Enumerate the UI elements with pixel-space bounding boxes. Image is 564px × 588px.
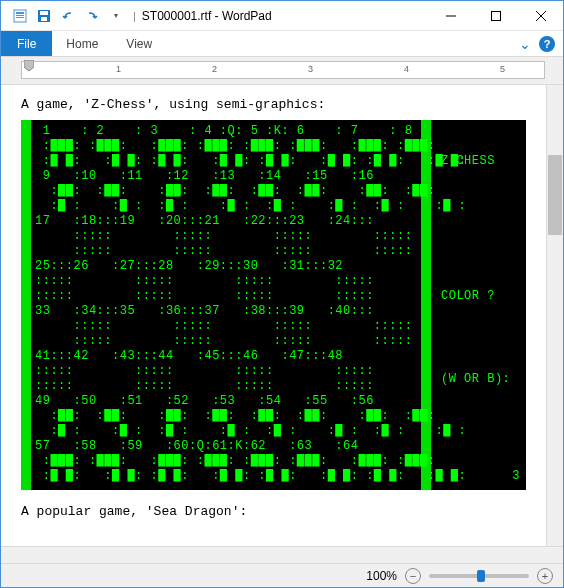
game-side-text: Z-CHESS COLOR ? (W OR B): xyxy=(441,124,510,417)
svg-rect-8 xyxy=(491,11,500,20)
page-indicator: 3 xyxy=(512,469,520,484)
zoom-level-text: 100% xyxy=(366,569,397,583)
title-separator: | xyxy=(133,10,136,22)
embedded-image-zchess: 1 : 2 : 3 : 4 :Q: 5 :K: 6 : 7 : 8 :███: … xyxy=(21,120,526,490)
zoom-slider[interactable] xyxy=(429,574,529,578)
redo-icon[interactable] xyxy=(81,5,103,27)
vertical-scrollbar[interactable] xyxy=(546,85,563,546)
svg-rect-2 xyxy=(16,15,24,16)
home-tab[interactable]: Home xyxy=(52,31,112,56)
document-canvas[interactable]: A game, 'Z-Chess', using semi-graphics: … xyxy=(1,85,546,546)
zoom-slider-thumb[interactable] xyxy=(477,570,485,582)
chess-board-text: 1 : 2 : 3 : 4 :Q: 5 :K: 6 : 7 : 8 :███: … xyxy=(35,124,415,484)
quick-access-toolbar: ▾ xyxy=(9,5,127,27)
svg-rect-1 xyxy=(16,12,24,14)
ruler-marks: 1 2 3 4 5 xyxy=(22,62,544,78)
green-bar-left xyxy=(21,120,31,490)
svg-rect-6 xyxy=(41,17,47,21)
window-controls xyxy=(428,1,563,30)
paragraph-1: A game, 'Z-Chess', using semi-graphics: xyxy=(21,97,538,112)
maximize-button[interactable] xyxy=(473,1,518,30)
zoom-in-button[interactable]: + xyxy=(537,568,553,584)
help-icon[interactable]: ? xyxy=(539,36,555,52)
scroll-thumb[interactable] xyxy=(548,155,562,235)
minimize-button[interactable] xyxy=(428,1,473,30)
file-tab[interactable]: File xyxy=(1,31,52,56)
paragraph-2: A popular game, 'Sea Dragon': xyxy=(21,504,538,519)
qat-customize-dropdown[interactable]: ▾ xyxy=(105,5,127,27)
view-tab[interactable]: View xyxy=(112,31,166,56)
ruler-area: 1 2 3 4 5 xyxy=(1,57,563,85)
svg-rect-3 xyxy=(16,17,24,18)
close-button[interactable] xyxy=(518,1,563,30)
zoom-out-button[interactable]: − xyxy=(405,568,421,584)
window-title: ST000001.rtf - WordPad xyxy=(142,9,272,23)
ruler[interactable]: 1 2 3 4 5 xyxy=(21,61,545,79)
ribbon-expand-icon[interactable]: ⌄ xyxy=(519,36,531,52)
content-area: A game, 'Z-Chess', using semi-graphics: … xyxy=(1,85,563,546)
horizontal-scrollbar[interactable] xyxy=(1,546,563,563)
svg-rect-5 xyxy=(40,11,48,15)
undo-icon[interactable] xyxy=(57,5,79,27)
title-bar: ▾ | ST000001.rtf - WordPad xyxy=(1,1,563,31)
save-icon[interactable] xyxy=(33,5,55,27)
ribbon-tabs: File Home View ⌄ ? xyxy=(1,31,563,57)
status-bar: 100% − + xyxy=(1,563,563,587)
app-icon[interactable] xyxy=(9,5,31,27)
